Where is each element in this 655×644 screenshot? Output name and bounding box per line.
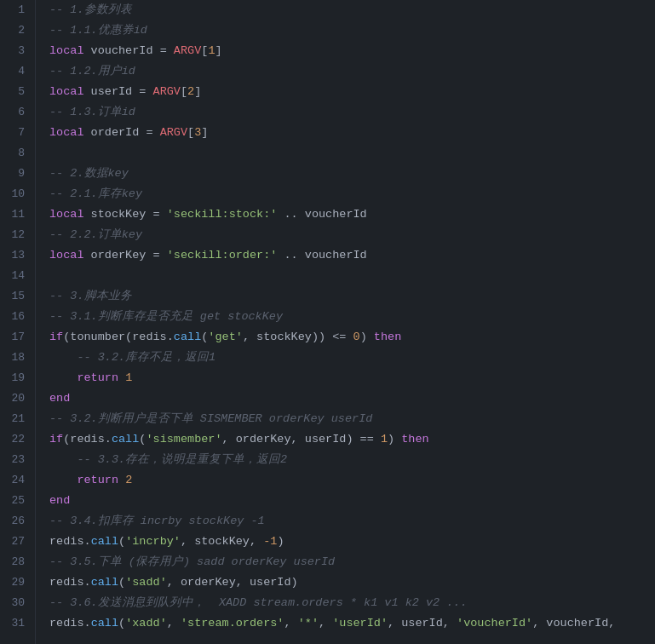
code-line-2: -- 1.1.优惠券id xyxy=(49,20,655,41)
line-number-23: 23 xyxy=(7,450,25,470)
token: ] xyxy=(215,41,221,61)
code-line-17: if(tonumber(redis.call('get', stockKey))… xyxy=(49,327,655,348)
line-number-1: 1 xyxy=(7,0,25,20)
token: 'sadd' xyxy=(125,572,167,593)
token: 1 xyxy=(381,429,388,450)
token: -1 xyxy=(263,532,277,552)
code-content[interactable]: -- 1.参数列表-- 1.1.优惠券idlocal voucherId = A… xyxy=(36,0,655,644)
token: redis xyxy=(49,532,84,552)
token: <= xyxy=(332,327,346,348)
token: .. voucherId xyxy=(277,204,366,225)
line-number-18: 18 xyxy=(7,348,25,368)
token: then xyxy=(401,429,428,450)
line-number-15: 15 xyxy=(7,286,25,307)
token: == xyxy=(360,429,374,450)
token: -- 3.脚本业务 xyxy=(49,286,132,307)
code-line-13: local orderKey = 'seckill:order:' .. vou… xyxy=(49,245,655,266)
token xyxy=(160,245,167,266)
line-number-6: 6 xyxy=(7,102,25,123)
code-line-14 xyxy=(49,266,655,286)
token: 3 xyxy=(194,123,201,143)
token: -- 1.2.用户id xyxy=(49,61,135,82)
code-line-25: end xyxy=(49,491,655,511)
line-number-21: 21 xyxy=(7,409,25,429)
line-number-13: 13 xyxy=(7,245,25,266)
line-number-19: 19 xyxy=(7,368,25,388)
token: 'sismember' xyxy=(146,429,221,450)
line-numbers: 1234567891011121314151617181920212223242… xyxy=(0,0,36,644)
token: orderKey xyxy=(84,245,153,266)
token: ) xyxy=(360,327,374,348)
token: redis xyxy=(49,613,84,634)
token: -- 1.参数列表 xyxy=(49,0,132,20)
token: end xyxy=(49,388,70,409)
code-line-18: -- 3.2.库存不足，返回1 xyxy=(49,348,655,368)
line-number-24: 24 xyxy=(7,470,25,491)
token xyxy=(49,368,77,388)
token xyxy=(346,327,353,348)
token: . xyxy=(105,429,112,450)
code-line-10: -- 2.1.库存key xyxy=(49,184,655,204)
token: 'seckill:stock:' xyxy=(167,204,278,225)
token: , xyxy=(284,613,297,634)
token: voucherId xyxy=(84,41,160,61)
line-number-12: 12 xyxy=(7,225,25,245)
token: -- 3.2.判断用户是否下单 SISMEMBER orderKey userI… xyxy=(49,409,372,429)
token: local xyxy=(49,204,84,225)
token: ARGV xyxy=(146,82,181,102)
code-line-4: -- 1.2.用户id xyxy=(49,61,655,82)
token: call xyxy=(91,572,118,593)
token: 1 xyxy=(125,368,132,388)
token: local xyxy=(49,123,84,143)
token: -- 3.1.判断库存是否充足 get stockKey xyxy=(49,307,283,327)
token: ( xyxy=(139,429,146,450)
token: -- 3.3.存在，说明是重复下单，返回2 xyxy=(49,450,287,470)
line-number-3: 3 xyxy=(7,41,25,61)
code-line-20: end xyxy=(49,388,655,409)
code-line-30: -- 3.6.发送消息到队列中， XADD stream.orders * k1… xyxy=(49,593,655,613)
code-line-1: -- 1.参数列表 xyxy=(49,0,655,20)
line-number-2: 2 xyxy=(7,20,25,41)
token: , stockKey, xyxy=(181,532,263,552)
token: end xyxy=(49,491,70,511)
code-line-28: -- 3.5.下单 (保存用户) sadd orderKey userId xyxy=(49,552,655,572)
token: 2 xyxy=(187,82,194,102)
token: local xyxy=(49,245,84,266)
token: call xyxy=(112,429,139,450)
token: = xyxy=(146,123,152,143)
token: if xyxy=(49,327,63,348)
token: . xyxy=(84,532,91,552)
line-number-27: 27 xyxy=(7,532,25,552)
code-line-23: -- 3.3.存在，说明是重复下单，返回2 xyxy=(49,450,655,470)
token: -- 2.1.库存key xyxy=(49,184,142,204)
token: 'get' xyxy=(208,327,243,348)
line-number-16: 16 xyxy=(7,307,25,327)
token: , stockKey)) xyxy=(243,327,332,348)
code-line-8 xyxy=(49,143,655,164)
token: = xyxy=(153,204,160,225)
token: -- 1.1.优惠券id xyxy=(49,20,147,41)
token: local xyxy=(49,82,84,102)
code-line-12: -- 2.2.订单key xyxy=(49,225,655,245)
token: , orderKey, userId) xyxy=(167,572,298,593)
token: 'incrby' xyxy=(125,532,181,552)
token: -- 2.2.订单key xyxy=(49,225,142,245)
token xyxy=(118,470,125,491)
token: then xyxy=(374,327,401,348)
token: , userId, xyxy=(388,613,457,634)
token: if xyxy=(49,429,63,450)
line-number-5: 5 xyxy=(7,82,25,102)
token: ( xyxy=(118,613,125,634)
token: . xyxy=(167,327,174,348)
token: , xyxy=(319,613,332,634)
token: . xyxy=(84,613,91,634)
code-line-27: redis.call('incrby', stockKey, -1) xyxy=(49,532,655,552)
token: 'userId' xyxy=(332,613,388,634)
token: , xyxy=(167,613,181,634)
code-line-29: redis.call('sadd', orderKey, userId) xyxy=(49,572,655,593)
token: orderId xyxy=(84,123,147,143)
token: return xyxy=(77,470,118,491)
token: call xyxy=(91,613,118,634)
line-number-31: 31 xyxy=(7,613,25,634)
line-number-9: 9 xyxy=(7,164,25,184)
